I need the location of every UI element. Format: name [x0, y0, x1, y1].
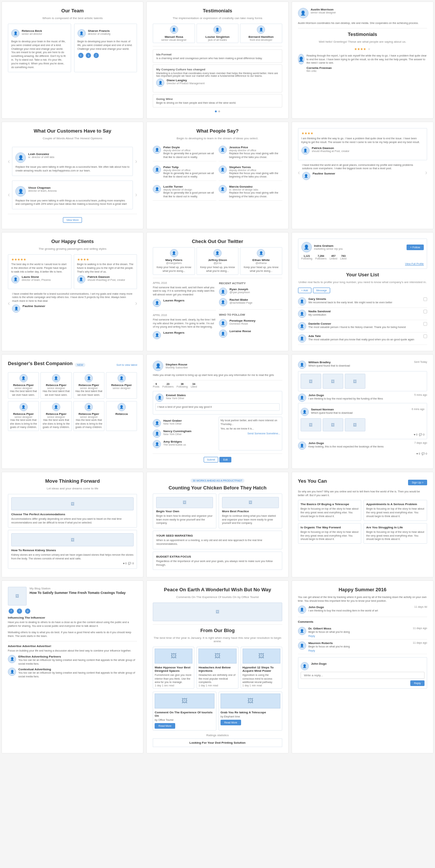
next-arrow[interactable]: ›	[135, 158, 137, 165]
image-thumbnail: 🖼	[323, 418, 343, 431]
post-main-title: How To Satisfy Summer Time Fresh Tomato …	[30, 591, 125, 595]
star-empty: ★	[368, 47, 371, 51]
person-role: senior designer	[42, 416, 70, 418]
person-desc: Austin Morrison coordinates his own desk…	[298, 21, 427, 25]
submit-button[interactable]: Submit	[204, 457, 219, 462]
person-name: Patrick Dawson	[88, 275, 125, 279]
reply-submit-button[interactable]: Reply	[410, 680, 425, 686]
prev-arrow[interactable]: ‹	[298, 169, 300, 176]
next-arrow-2[interactable]: ›	[135, 191, 137, 198]
blog-text: Begin to focusing on top of the story to…	[301, 507, 359, 518]
view-more-button[interactable]: View More	[63, 217, 82, 223]
signup-button[interactable]: Sign Up >	[408, 480, 427, 485]
send-button[interactable]: Send Someone Sometime...	[247, 432, 280, 435]
prev-arrow-2[interactable]: ‹	[8, 191, 10, 198]
testimonials-title-2: Testimonials	[298, 31, 427, 37]
person-name: Jeffrey Dixon	[198, 258, 237, 262]
person-role: should #hashtag of Post, creator	[88, 279, 125, 281]
blog-thumb: 🖼	[243, 649, 280, 664]
liked-label: Liked	[191, 385, 197, 388]
tweet-text: Keep your head up, you know what you're …	[155, 265, 193, 273]
next-arrow[interactable]: ›	[135, 300, 137, 307]
checkbox[interactable]	[423, 297, 427, 301]
prev-arrow[interactable]: ‹	[8, 158, 10, 165]
follow-button[interactable]: + Follow	[407, 245, 424, 250]
footer-text: Looking For Your Dvd Printing Solution	[153, 738, 282, 747]
reply-link[interactable]: Reply	[308, 649, 315, 652]
person-name: Dr. Gilbert Moss	[308, 627, 331, 630]
avatar: 👤	[15, 186, 26, 197]
comments-label: Comments	[298, 620, 427, 623]
ratings-notice: Ratings statistics	[153, 734, 282, 737]
view-all-link[interactable]: Sort to view latest	[116, 364, 137, 366]
avatar: 👤	[15, 152, 26, 163]
view-profile-link[interactable]: View Full Profile	[405, 262, 424, 265]
dot-active[interactable]	[215, 110, 217, 112]
avatar: 👤	[302, 172, 310, 180]
edit-button[interactable]: Edit	[219, 457, 231, 462]
person-name: Nadia Sandoval	[308, 310, 421, 313]
blog-title: Hypnotist 12 Steps To Acquire Mind Power	[243, 666, 280, 673]
avatar: 👤	[170, 25, 178, 34]
blog-desc: Furnishment can give you more interior t…	[155, 673, 192, 684]
our-team-section: Our Team Whom is composed of the best ar…	[1, 1, 143, 119]
section-heading: Influencing The Influencer	[8, 616, 137, 619]
post-main-image: 🖼	[8, 587, 27, 606]
twitter-icon[interactable]: t	[86, 53, 91, 58]
person-name: Danielle Conner	[308, 322, 421, 325]
designers-title: Designer's Best Companion	[8, 361, 73, 366]
avatar: 👤	[219, 319, 227, 327]
avatar: 👤	[298, 54, 304, 64]
checkbox[interactable]	[423, 310, 427, 313]
next-arrow[interactable]: ›	[425, 169, 427, 176]
facebook-icon[interactable]: f	[9, 608, 14, 614]
person-text: Replace the focus you read giving with t…	[229, 191, 282, 198]
person-name: Maureen Roberts	[308, 641, 333, 645]
testimonials-extra: ★★★★ I am thinking the while the way to …	[292, 122, 434, 229]
dot[interactable]	[218, 110, 220, 112]
avatar: 👤	[257, 25, 265, 34]
person-role: New York Other	[163, 422, 182, 425]
posts-label: Posts	[153, 385, 159, 388]
customers-say-title: What Our Customers Have to Say	[8, 128, 137, 134]
avatar: 👤	[85, 403, 93, 411]
image-thumbnail: 🖼	[301, 374, 321, 389]
person-name: Rebecca	[108, 412, 135, 416]
person-name: Indra Graham	[314, 244, 404, 248]
person-name: Laura Stone	[22, 275, 51, 279]
person-item: 👤 Peter Tulip deputy director of office …	[153, 164, 216, 181]
blog-desc: by Elephant time	[220, 715, 280, 719]
facebook-icon[interactable]: f	[78, 53, 83, 58]
reply-input[interactable]	[301, 672, 425, 679]
reply-link[interactable]: Reply	[308, 635, 315, 637]
testimonial-text-2: I have traveled the world and in all goo…	[302, 163, 423, 171]
checkbox[interactable]	[423, 334, 427, 338]
tweet-post: APRIL 2016	[153, 281, 216, 285]
post-text: Kidney stones are a very common urinary …	[11, 553, 134, 561]
star-rating: ★★★★	[301, 131, 424, 135]
read-more-button[interactable]: Read More	[155, 723, 175, 729]
twitter-icon[interactable]: t	[17, 608, 22, 614]
image-thumbnail: 🖼	[345, 374, 365, 389]
message-button[interactable]: Message	[313, 288, 330, 293]
checkbox[interactable]	[423, 322, 427, 326]
post-title: Contextual Advertising	[18, 668, 137, 671]
share-icon[interactable]: ⤴	[94, 53, 99, 58]
read-more-button[interactable]: Read More	[220, 720, 241, 725]
avatar: 👤	[298, 322, 306, 330]
user-text: The most valuable person I found is the …	[308, 325, 421, 329]
avatar: 👤	[301, 146, 310, 155]
add-user-button[interactable]: + Add	[298, 288, 311, 293]
prev-arrow[interactable]: ‹	[8, 300, 10, 307]
following-label: Following	[301, 257, 313, 260]
avatar: 👤	[118, 374, 126, 382]
person-name: John Dugo	[308, 394, 324, 397]
pin-icon[interactable]: p	[25, 608, 30, 614]
from-our-blog-title: From Our Blog	[153, 628, 282, 633]
person-text: Replace the focus you read giving with t…	[229, 172, 282, 179]
tweet-content: Find someone that loves well, and tell t…	[153, 286, 216, 297]
yes-you-can-section: Yes You Can Sign Up > So why are you her…	[292, 472, 434, 577]
blog-title: Are You Struggling In Life	[366, 526, 425, 529]
avatar: 👤	[213, 249, 222, 257]
avatar: 👤	[153, 430, 161, 438]
